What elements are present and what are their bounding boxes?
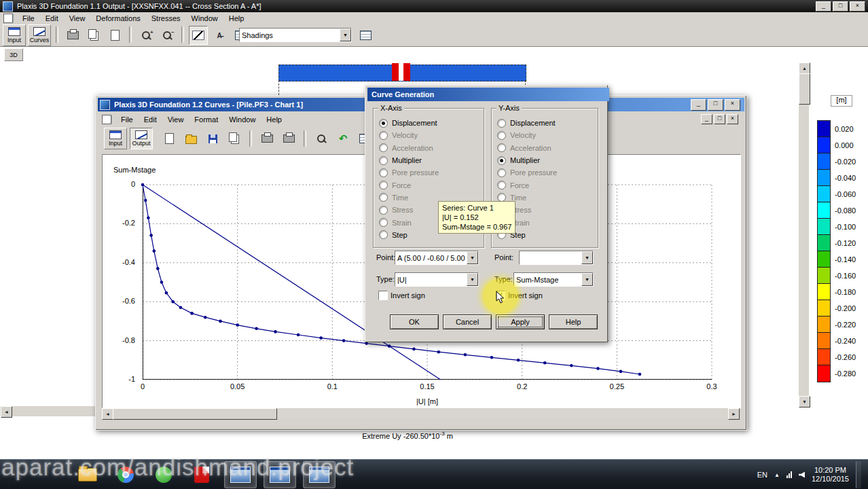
menu-item-edit[interactable]: Edit (40, 13, 64, 24)
dialog-titlebar[interactable]: Curve Generation (367, 88, 609, 101)
curves-mode-button[interactable]: Curves (28, 24, 51, 46)
volume-icon[interactable] (799, 472, 805, 478)
table-view-button[interactable] (356, 26, 375, 45)
menu-item-edit[interactable]: Edit (139, 114, 162, 125)
maximize-icon[interactable]: □ (833, 1, 848, 12)
minimize-icon[interactable]: _ (691, 99, 706, 111)
start-button[interactable] (3, 462, 35, 488)
radio-button-icon (497, 143, 506, 152)
print-chart-button[interactable] (257, 129, 276, 148)
x-invert-checkbox[interactable] (378, 291, 388, 300)
taskbar-pdf[interactable] (186, 462, 217, 488)
chart-horizontal-scrollbar[interactable]: ◄ ► (102, 408, 740, 418)
print-preview-button[interactable] (279, 129, 298, 148)
radio-acceleration[interactable]: Acceleration (379, 142, 482, 154)
cross-section-tool-button[interactable] (189, 26, 208, 45)
scroll-down-icon[interactable]: ▼ (799, 396, 810, 408)
report-button[interactable] (105, 26, 124, 45)
menu-item-stresses[interactable]: Stresses (146, 13, 186, 24)
new-chart-button[interactable] (160, 129, 179, 148)
taskbar-plaxis-2[interactable] (264, 461, 296, 488)
menu-item-format[interactable]: Format (189, 114, 223, 125)
radio-displacement[interactable]: Displacement (379, 117, 482, 129)
menu-item-view[interactable]: View (64, 13, 91, 24)
dropdown-arrow-icon[interactable]: ▼ (467, 251, 478, 264)
radio-force[interactable]: Force (379, 179, 482, 191)
menu-item-file[interactable]: File (17, 13, 40, 24)
scroll-up-icon[interactable]: ▲ (799, 62, 810, 74)
copy-chart-button[interactable] (225, 129, 244, 148)
menu-item-view[interactable]: View (162, 114, 189, 125)
x-type-select[interactable]: |U| ▼ (395, 272, 479, 287)
curve-gen-cancel-button[interactable]: Cancel (443, 314, 492, 329)
main-vertical-scrollbar[interactable]: ▲ ▼ (799, 62, 809, 406)
language-indicator[interactable]: EN (757, 471, 767, 479)
copy-button[interactable] (84, 26, 103, 45)
scroll-right-icon[interactable]: ► (728, 408, 740, 420)
taskbar-messenger[interactable] (148, 462, 179, 488)
radio-multiplier[interactable]: Multiplier (497, 154, 596, 166)
show-desktop-button[interactable] (856, 461, 861, 488)
taskbar-explorer[interactable] (72, 462, 103, 488)
menu-item-window[interactable]: Window (223, 114, 261, 125)
zoom-button[interactable] (312, 129, 331, 148)
y-point-select[interactable]: ▼ (519, 251, 594, 265)
mdi-close-icon[interactable]: × (727, 114, 738, 124)
radio-acceleration[interactable]: Acceleration (497, 142, 596, 154)
menu-item-deformations[interactable]: Deformations (90, 13, 145, 24)
network-icon[interactable] (786, 471, 792, 478)
close-icon[interactable]: × (725, 99, 740, 111)
minimize-icon[interactable]: _ (816, 1, 831, 12)
input-mode-button[interactable]: Input (3, 24, 26, 46)
scroll-left-icon[interactable]: ◄ (1, 406, 12, 418)
radio-displacement[interactable]: Displacement (497, 117, 596, 129)
radio-force[interactable]: Force (497, 179, 596, 191)
view-3d-button[interactable]: 3D (4, 48, 23, 61)
x-point-select[interactable]: A (5.00 / -0.60 / 5.00 ▼ (395, 251, 479, 265)
zoom-out-button[interactable]: − (158, 26, 177, 45)
radio-velocity[interactable]: Velocity (497, 129, 596, 141)
taskbar-plaxis-3[interactable] (303, 461, 336, 488)
radio-pore-pressure[interactable]: Pore pressure (497, 166, 596, 179)
data-point (274, 330, 277, 333)
curve-gen-ok-button[interactable]: OK (390, 314, 439, 329)
scroll-thumb[interactable] (799, 73, 810, 105)
menu-item-window[interactable]: Window (186, 13, 223, 24)
output-chart-icon (135, 130, 147, 139)
zoom-in-button[interactable]: + (137, 26, 156, 45)
menu-item-help[interactable]: Help (223, 13, 250, 24)
radio-pore-pressure[interactable]: Pore pressure (379, 166, 482, 179)
annotation-tool-button[interactable]: A̶ (210, 26, 229, 45)
y-type-select[interactable]: Sum-Mstage ▼ (513, 272, 594, 287)
mdi-minimize-icon[interactable]: _ (701, 114, 712, 124)
main-horizontal-scrollbar[interactable]: ◄ (0, 406, 95, 416)
dropdown-arrow-icon[interactable]: ▼ (467, 273, 478, 286)
curve-gen-apply-button[interactable]: Apply (496, 314, 545, 329)
print-button[interactable] (63, 26, 82, 45)
curves-input-button[interactable]: Input (104, 128, 127, 149)
undo-button[interactable]: ↶ (333, 129, 352, 148)
curves-output-button[interactable]: Output (130, 128, 153, 149)
scroll-left-icon[interactable]: ◄ (102, 408, 113, 420)
close-icon[interactable]: × (850, 1, 865, 12)
dropdown-arrow-icon[interactable]: ▼ (340, 29, 351, 41)
clock[interactable]: 10:20 PM 12/10/2015 (812, 466, 849, 484)
shadings-select[interactable]: Shadings ▼ (239, 28, 352, 42)
mdi-restore-icon[interactable]: □ (714, 114, 725, 124)
save-button[interactable] (203, 129, 222, 148)
menu-item-help[interactable]: Help (261, 114, 287, 125)
radio-multiplier[interactable]: Multiplier (379, 154, 482, 166)
magnifier-icon (317, 134, 325, 143)
maximize-icon[interactable]: □ (708, 99, 723, 111)
dropdown-arrow-icon[interactable]: ▼ (581, 251, 593, 264)
curve-gen-help-button[interactable]: Help (549, 314, 598, 329)
taskbar-plaxis-1[interactable] (224, 461, 257, 488)
tray-expand-icon[interactable]: ▲ (774, 472, 780, 478)
menu-item-file[interactable]: File (115, 114, 139, 125)
taskbar-chrome[interactable] (110, 462, 141, 488)
plaxis-window-icon (270, 467, 290, 483)
scroll-thumb[interactable] (113, 408, 277, 420)
radio-velocity[interactable]: Velocity (379, 129, 482, 141)
open-button[interactable] (181, 129, 200, 148)
dropdown-arrow-icon[interactable]: ▼ (581, 273, 593, 286)
